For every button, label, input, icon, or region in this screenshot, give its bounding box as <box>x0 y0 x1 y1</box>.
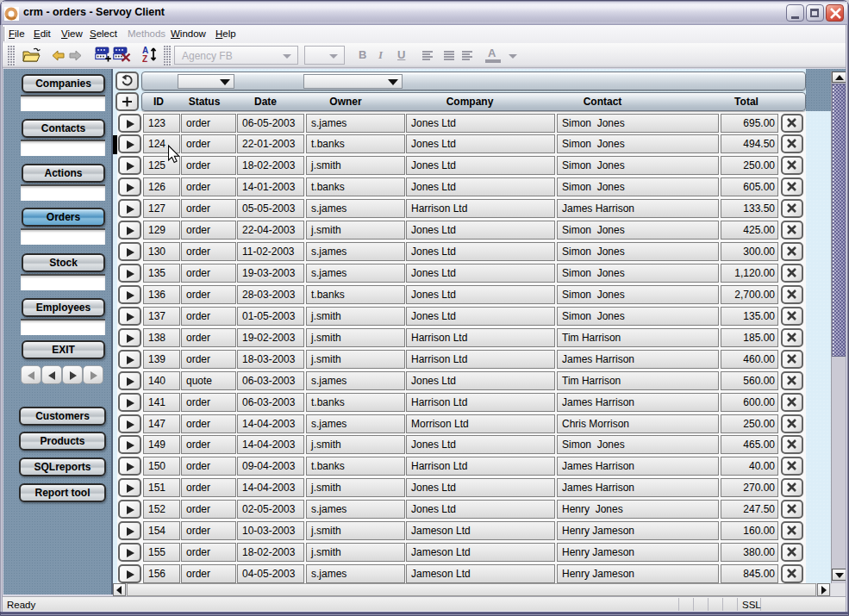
svg-text:Z: Z <box>142 54 147 63</box>
